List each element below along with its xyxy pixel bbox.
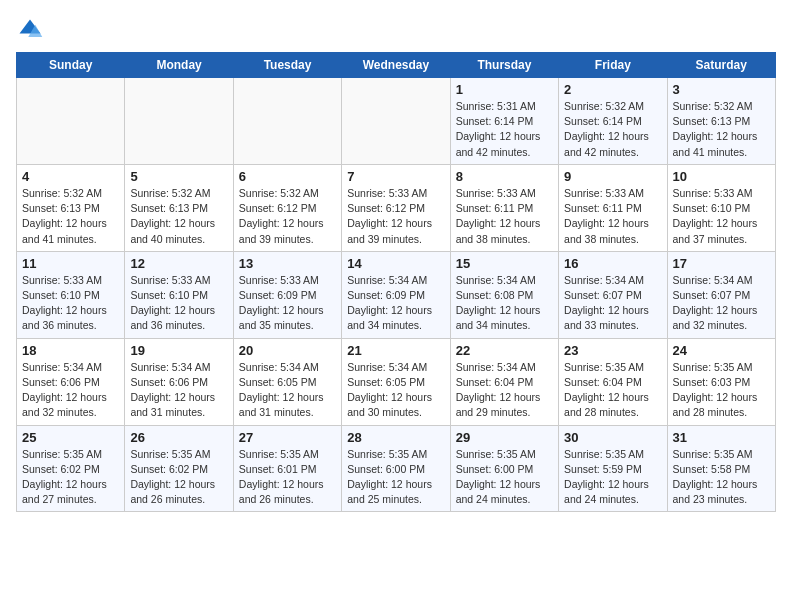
calendar-cell: 24Sunrise: 5:35 AM Sunset: 6:03 PM Dayli… <box>667 338 775 425</box>
day-number: 26 <box>130 430 227 445</box>
day-number: 14 <box>347 256 444 271</box>
calendar-cell <box>233 78 341 165</box>
day-info: Sunrise: 5:31 AM Sunset: 6:14 PM Dayligh… <box>456 99 553 160</box>
calendar-cell: 6Sunrise: 5:32 AM Sunset: 6:12 PM Daylig… <box>233 164 341 251</box>
day-number: 29 <box>456 430 553 445</box>
day-number: 5 <box>130 169 227 184</box>
calendar-week-row: 18Sunrise: 5:34 AM Sunset: 6:06 PM Dayli… <box>17 338 776 425</box>
day-number: 1 <box>456 82 553 97</box>
day-info: Sunrise: 5:33 AM Sunset: 6:10 PM Dayligh… <box>130 273 227 334</box>
calendar-body: 1Sunrise: 5:31 AM Sunset: 6:14 PM Daylig… <box>17 78 776 512</box>
day-info: Sunrise: 5:35 AM Sunset: 6:04 PM Dayligh… <box>564 360 661 421</box>
day-number: 17 <box>673 256 770 271</box>
day-info: Sunrise: 5:33 AM Sunset: 6:09 PM Dayligh… <box>239 273 336 334</box>
day-number: 16 <box>564 256 661 271</box>
day-number: 13 <box>239 256 336 271</box>
calendar-week-row: 1Sunrise: 5:31 AM Sunset: 6:14 PM Daylig… <box>17 78 776 165</box>
weekday-row: SundayMondayTuesdayWednesdayThursdayFrid… <box>17 53 776 78</box>
page-header <box>16 16 776 44</box>
day-number: 25 <box>22 430 119 445</box>
day-info: Sunrise: 5:35 AM Sunset: 6:03 PM Dayligh… <box>673 360 770 421</box>
calendar-cell: 19Sunrise: 5:34 AM Sunset: 6:06 PM Dayli… <box>125 338 233 425</box>
calendar-cell: 15Sunrise: 5:34 AM Sunset: 6:08 PM Dayli… <box>450 251 558 338</box>
day-number: 12 <box>130 256 227 271</box>
day-number: 8 <box>456 169 553 184</box>
calendar-cell: 30Sunrise: 5:35 AM Sunset: 5:59 PM Dayli… <box>559 425 667 512</box>
day-info: Sunrise: 5:35 AM Sunset: 6:01 PM Dayligh… <box>239 447 336 508</box>
calendar-cell: 23Sunrise: 5:35 AM Sunset: 6:04 PM Dayli… <box>559 338 667 425</box>
day-info: Sunrise: 5:35 AM Sunset: 5:58 PM Dayligh… <box>673 447 770 508</box>
calendar-week-row: 4Sunrise: 5:32 AM Sunset: 6:13 PM Daylig… <box>17 164 776 251</box>
calendar-cell: 8Sunrise: 5:33 AM Sunset: 6:11 PM Daylig… <box>450 164 558 251</box>
calendar-cell <box>342 78 450 165</box>
calendar-cell: 5Sunrise: 5:32 AM Sunset: 6:13 PM Daylig… <box>125 164 233 251</box>
day-number: 23 <box>564 343 661 358</box>
day-number: 21 <box>347 343 444 358</box>
day-info: Sunrise: 5:35 AM Sunset: 6:00 PM Dayligh… <box>456 447 553 508</box>
day-info: Sunrise: 5:34 AM Sunset: 6:05 PM Dayligh… <box>347 360 444 421</box>
day-info: Sunrise: 5:34 AM Sunset: 6:06 PM Dayligh… <box>130 360 227 421</box>
calendar-cell: 10Sunrise: 5:33 AM Sunset: 6:10 PM Dayli… <box>667 164 775 251</box>
day-number: 2 <box>564 82 661 97</box>
calendar-cell: 21Sunrise: 5:34 AM Sunset: 6:05 PM Dayli… <box>342 338 450 425</box>
day-info: Sunrise: 5:32 AM Sunset: 6:13 PM Dayligh… <box>22 186 119 247</box>
day-number: 4 <box>22 169 119 184</box>
calendar-cell: 2Sunrise: 5:32 AM Sunset: 6:14 PM Daylig… <box>559 78 667 165</box>
day-number: 28 <box>347 430 444 445</box>
calendar-cell: 17Sunrise: 5:34 AM Sunset: 6:07 PM Dayli… <box>667 251 775 338</box>
calendar-cell: 7Sunrise: 5:33 AM Sunset: 6:12 PM Daylig… <box>342 164 450 251</box>
day-info: Sunrise: 5:35 AM Sunset: 6:02 PM Dayligh… <box>22 447 119 508</box>
day-info: Sunrise: 5:33 AM Sunset: 6:11 PM Dayligh… <box>456 186 553 247</box>
calendar-cell: 12Sunrise: 5:33 AM Sunset: 6:10 PM Dayli… <box>125 251 233 338</box>
day-info: Sunrise: 5:33 AM Sunset: 6:12 PM Dayligh… <box>347 186 444 247</box>
calendar-cell: 31Sunrise: 5:35 AM Sunset: 5:58 PM Dayli… <box>667 425 775 512</box>
day-info: Sunrise: 5:35 AM Sunset: 6:00 PM Dayligh… <box>347 447 444 508</box>
calendar-cell <box>125 78 233 165</box>
day-number: 30 <box>564 430 661 445</box>
day-number: 27 <box>239 430 336 445</box>
weekday-header: Sunday <box>17 53 125 78</box>
weekday-header: Monday <box>125 53 233 78</box>
weekday-header: Thursday <box>450 53 558 78</box>
calendar-cell: 20Sunrise: 5:34 AM Sunset: 6:05 PM Dayli… <box>233 338 341 425</box>
calendar-cell: 4Sunrise: 5:32 AM Sunset: 6:13 PM Daylig… <box>17 164 125 251</box>
calendar-cell: 26Sunrise: 5:35 AM Sunset: 6:02 PM Dayli… <box>125 425 233 512</box>
day-info: Sunrise: 5:34 AM Sunset: 6:05 PM Dayligh… <box>239 360 336 421</box>
calendar-cell: 11Sunrise: 5:33 AM Sunset: 6:10 PM Dayli… <box>17 251 125 338</box>
day-number: 9 <box>564 169 661 184</box>
day-info: Sunrise: 5:32 AM Sunset: 6:13 PM Dayligh… <box>673 99 770 160</box>
day-info: Sunrise: 5:33 AM Sunset: 6:10 PM Dayligh… <box>673 186 770 247</box>
day-info: Sunrise: 5:32 AM Sunset: 6:13 PM Dayligh… <box>130 186 227 247</box>
day-info: Sunrise: 5:35 AM Sunset: 6:02 PM Dayligh… <box>130 447 227 508</box>
day-number: 10 <box>673 169 770 184</box>
day-info: Sunrise: 5:34 AM Sunset: 6:06 PM Dayligh… <box>22 360 119 421</box>
day-number: 3 <box>673 82 770 97</box>
day-info: Sunrise: 5:33 AM Sunset: 6:11 PM Dayligh… <box>564 186 661 247</box>
calendar-cell: 28Sunrise: 5:35 AM Sunset: 6:00 PM Dayli… <box>342 425 450 512</box>
calendar-cell: 16Sunrise: 5:34 AM Sunset: 6:07 PM Dayli… <box>559 251 667 338</box>
weekday-header: Saturday <box>667 53 775 78</box>
logo <box>16 16 48 44</box>
calendar-cell: 14Sunrise: 5:34 AM Sunset: 6:09 PM Dayli… <box>342 251 450 338</box>
calendar-table: SundayMondayTuesdayWednesdayThursdayFrid… <box>16 52 776 512</box>
calendar-cell: 9Sunrise: 5:33 AM Sunset: 6:11 PM Daylig… <box>559 164 667 251</box>
day-number: 20 <box>239 343 336 358</box>
weekday-header: Wednesday <box>342 53 450 78</box>
day-info: Sunrise: 5:32 AM Sunset: 6:12 PM Dayligh… <box>239 186 336 247</box>
day-info: Sunrise: 5:34 AM Sunset: 6:09 PM Dayligh… <box>347 273 444 334</box>
calendar-cell: 22Sunrise: 5:34 AM Sunset: 6:04 PM Dayli… <box>450 338 558 425</box>
day-number: 24 <box>673 343 770 358</box>
day-info: Sunrise: 5:33 AM Sunset: 6:10 PM Dayligh… <box>22 273 119 334</box>
weekday-header: Friday <box>559 53 667 78</box>
logo-icon <box>16 16 44 44</box>
day-number: 19 <box>130 343 227 358</box>
day-number: 11 <box>22 256 119 271</box>
calendar-week-row: 11Sunrise: 5:33 AM Sunset: 6:10 PM Dayli… <box>17 251 776 338</box>
calendar-cell: 29Sunrise: 5:35 AM Sunset: 6:00 PM Dayli… <box>450 425 558 512</box>
day-number: 31 <box>673 430 770 445</box>
calendar-cell: 18Sunrise: 5:34 AM Sunset: 6:06 PM Dayli… <box>17 338 125 425</box>
weekday-header: Tuesday <box>233 53 341 78</box>
calendar-cell: 13Sunrise: 5:33 AM Sunset: 6:09 PM Dayli… <box>233 251 341 338</box>
day-info: Sunrise: 5:34 AM Sunset: 6:07 PM Dayligh… <box>564 273 661 334</box>
day-number: 6 <box>239 169 336 184</box>
